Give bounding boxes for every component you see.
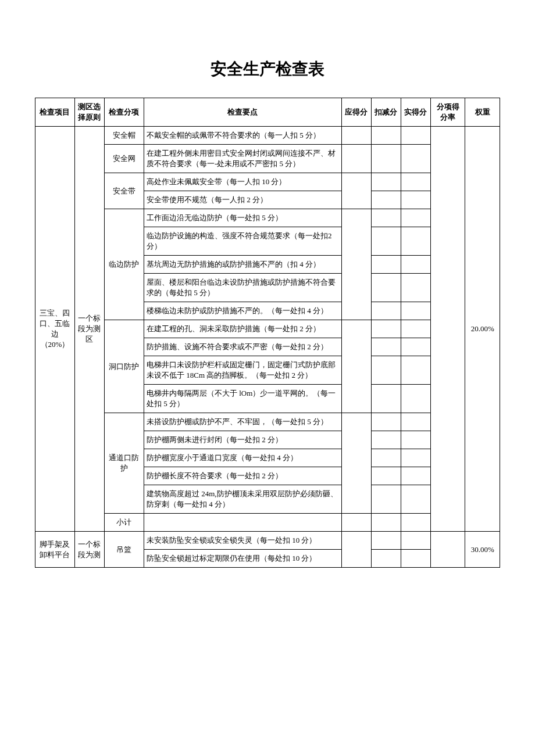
actual-cell xyxy=(401,145,430,173)
point-cell: 在建工程的孔、洞未采取防护措施（每一处扣 2 分） xyxy=(144,320,341,338)
header-zone: 测区选择原则 xyxy=(74,98,104,127)
table-row: 洞口防护 在建工程的孔、洞未采取防护措施（每一处扣 2 分） xyxy=(35,320,500,338)
deduct-cell xyxy=(371,449,401,467)
actual-cell xyxy=(401,413,430,431)
actual-cell xyxy=(401,209,430,227)
sub-cell: 通道口防护 xyxy=(104,413,144,514)
zone-cell: 一个标段为测区 xyxy=(74,127,104,532)
actual-cell xyxy=(401,532,430,550)
deduct-cell xyxy=(371,514,401,532)
page-title: 安全生产检查表 xyxy=(35,58,500,80)
score-cell xyxy=(341,145,371,173)
sub-cell: 临边防护 xyxy=(104,209,144,320)
point-cell: 防护措施、设施不符合要求或不严密（每一处扣 2 分） xyxy=(144,338,341,356)
deduct-cell xyxy=(371,127,401,145)
point-cell: 建筑物高度超过 24m,防护棚顶未采用双层防护必须防砸、防穿刺（每一处扣 4 分… xyxy=(144,485,341,514)
point-cell: 电梯井内每隔两层（不大于 lOm）少一道平网的。（每一处扣 5 分） xyxy=(144,385,341,413)
point-cell: 屋面、楼层和阳台临边未设防护措施或防护措施不符合要求的（每处扣 5 分） xyxy=(144,274,341,302)
actual-cell xyxy=(401,191,430,209)
header-subscore: 分项得分率 xyxy=(430,98,465,127)
score-cell xyxy=(341,173,371,209)
header-actual: 实得分 xyxy=(401,98,430,127)
deduct-cell xyxy=(371,467,401,485)
point-cell: 防坠安全锁超过标定期限仍在使用（每处扣 10 分） xyxy=(144,550,341,568)
header-weight: 权重 xyxy=(465,98,500,127)
actual-cell xyxy=(401,467,430,485)
point-cell: 高处作业未佩戴安全带（每一人扣 10 分） xyxy=(144,173,341,191)
table-row: 脚手架及卸料平台 一个标段为测 吊篮 未安装防坠安全锁或安全锁失灵（每一处扣 1… xyxy=(35,532,500,550)
score-cell xyxy=(341,127,371,145)
table-header-row: 检查项目 测区选择原则 检查分项 检查要点 应得分 扣减分 实得分 分项得分率 … xyxy=(35,98,500,127)
deduct-cell xyxy=(371,431,401,449)
table-row: 三宝、四口、五临边（20%） 一个标段为测区 安全帽 不戴安全帽的或佩带不符合要… xyxy=(35,127,500,145)
header-deduct: 扣减分 xyxy=(371,98,401,127)
deduct-cell xyxy=(371,320,401,338)
table-row: 安全带 高处作业未佩戴安全带（每一人扣 10 分） xyxy=(35,173,500,191)
header-sub: 检查分项 xyxy=(104,98,144,127)
actual-cell xyxy=(401,514,430,532)
point-cell: 楼梯临边未防护或防护措施不严的。（每一处扣 4 分） xyxy=(144,302,341,320)
score-cell xyxy=(341,532,371,568)
point-cell: 防护棚宽度小于通道口宽度（每一处扣 4 分） xyxy=(144,449,341,467)
point-cell: 防护棚长度不符合要求（每一处扣 2 分） xyxy=(144,467,341,485)
point-cell: 临边防护设施的构造、强度不符合规范要求（每一处扣2 分） xyxy=(144,227,341,256)
point-cell: 基坑周边无防护措施的或防护措施不严的（扣 4 分） xyxy=(144,256,341,274)
header-item: 检查项目 xyxy=(35,98,75,127)
deduct-cell xyxy=(371,227,401,256)
sub-cell: 安全带 xyxy=(104,173,144,209)
actual-cell xyxy=(401,550,430,568)
actual-cell xyxy=(401,338,430,356)
deduct-cell xyxy=(371,145,401,173)
item-cell: 脚手架及卸料平台 xyxy=(35,532,75,568)
item-cell: 三宝、四口、五临边（20%） xyxy=(35,127,75,532)
actual-cell xyxy=(401,256,430,274)
point-cell: 工作面边沿无临边防护（每一处扣 5 分） xyxy=(144,209,341,227)
header-score: 应得分 xyxy=(341,98,371,127)
subtotal-label: 小计 xyxy=(104,514,144,532)
deduct-cell xyxy=(371,256,401,274)
score-cell xyxy=(341,413,371,514)
table-row: 小计 xyxy=(35,514,500,532)
deduct-cell xyxy=(371,302,401,320)
score-cell xyxy=(341,320,371,413)
actual-cell xyxy=(401,385,430,413)
actual-cell xyxy=(401,274,430,302)
deduct-cell xyxy=(371,485,401,514)
deduct-cell xyxy=(371,338,401,356)
deduct-cell xyxy=(371,550,401,568)
actual-cell xyxy=(401,302,430,320)
inspection-table: 检查项目 测区选择原则 检查分项 检查要点 应得分 扣减分 实得分 分项得分率 … xyxy=(35,98,500,568)
table-row: 通道口防护 未搭设防护棚或防护不严、不牢固，（每一处扣 5 分） xyxy=(35,413,500,431)
point-cell: 未安装防坠安全锁或安全锁失灵（每一处扣 10 分） xyxy=(144,532,341,550)
weight-cell: 20.00% xyxy=(465,127,500,532)
actual-cell xyxy=(401,127,430,145)
point-cell: 安全带使用不规范（每一人扣 2 分） xyxy=(144,191,341,209)
actual-cell xyxy=(401,320,430,338)
point-cell xyxy=(144,514,341,532)
deduct-cell xyxy=(371,191,401,209)
score-cell xyxy=(341,209,371,320)
subscore-cell xyxy=(430,532,465,568)
actual-cell xyxy=(401,485,430,514)
actual-cell xyxy=(401,227,430,256)
subscore-cell xyxy=(430,127,465,532)
weight-cell: 30.00% xyxy=(465,532,500,568)
point-cell: 不戴安全帽的或佩带不符合要求的（每一人扣 5 分） xyxy=(144,127,341,145)
sub-cell: 洞口防护 xyxy=(104,320,144,413)
deduct-cell xyxy=(371,274,401,302)
point-cell: 未搭设防护棚或防护不严、不牢固，（每一处扣 5 分） xyxy=(144,413,341,431)
deduct-cell xyxy=(371,385,401,413)
point-cell: 电梯井口未设防护栏杆或固定栅门，固定栅门式防护底部未设不低于 18Cm 高的挡脚… xyxy=(144,356,341,385)
header-point: 检查要点 xyxy=(144,98,341,127)
deduct-cell xyxy=(371,173,401,191)
sub-cell: 安全网 xyxy=(104,145,144,173)
actual-cell xyxy=(401,356,430,385)
sub-cell: 安全帽 xyxy=(104,127,144,145)
zone-cell: 一个标段为测 xyxy=(74,532,104,568)
score-cell xyxy=(341,514,371,532)
sub-cell: 吊篮 xyxy=(104,532,144,568)
deduct-cell xyxy=(371,413,401,431)
point-cell: 在建工程外侧未用密目式安全网封闭或网间连接不严、材质不符合要求（每一-处未用或不… xyxy=(144,145,341,173)
table-row: 安全网 在建工程外侧未用密目式安全网封闭或网间连接不严、材质不符合要求（每一-处… xyxy=(35,145,500,173)
table-row: 临边防护 工作面边沿无临边防护（每一处扣 5 分） xyxy=(35,209,500,227)
